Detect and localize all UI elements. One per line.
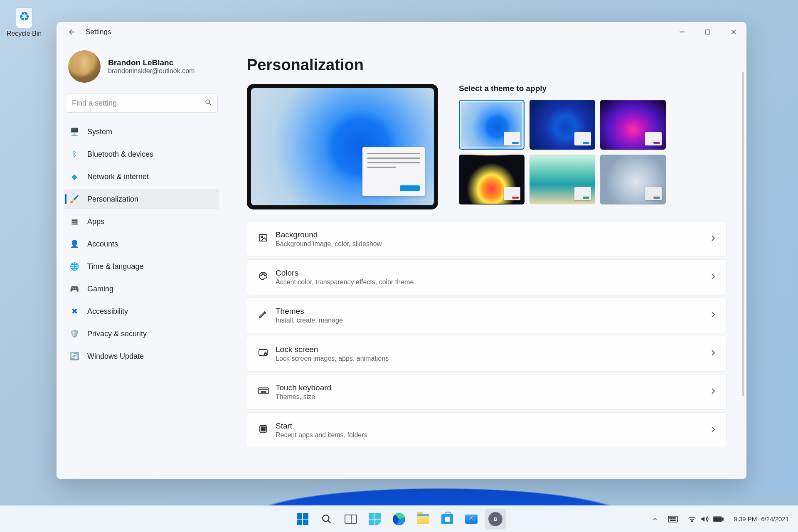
nav-icon: 🖥️ bbox=[70, 127, 79, 136]
card-title: Colors bbox=[276, 268, 711, 278]
volume-icon bbox=[700, 515, 709, 523]
theme-selector: Select a theme to apply bbox=[459, 84, 738, 209]
chevron-right-icon bbox=[711, 235, 715, 243]
settings-taskbar-button[interactable] bbox=[485, 509, 506, 530]
nav-label: Accessibility bbox=[87, 307, 128, 316]
scrollbar[interactable] bbox=[742, 72, 744, 396]
setting-card-lock-screen[interactable]: Lock screenLock screen images, apps, ani… bbox=[247, 336, 727, 372]
taskbar-search-button[interactable] bbox=[316, 509, 337, 530]
sidebar-item-windows-update[interactable]: 🔄Windows Update bbox=[64, 346, 219, 366]
nav-icon: 🛡️ bbox=[70, 329, 79, 338]
setting-card-colors[interactable]: ColorsAccent color, transparency effects… bbox=[247, 259, 727, 295]
theme-tile-1[interactable] bbox=[459, 100, 525, 150]
theme-tile-5[interactable] bbox=[530, 155, 595, 204]
nav-icon: ᛒ bbox=[70, 150, 79, 159]
tray-quick-settings[interactable] bbox=[684, 513, 728, 525]
wifi-icon bbox=[688, 516, 696, 522]
svg-rect-29 bbox=[670, 520, 675, 521]
avatar bbox=[68, 50, 101, 83]
sidebar-item-network-internet[interactable]: ◆Network & internet bbox=[64, 167, 219, 187]
sidebar-item-time-language[interactable]: 🌐Time & language bbox=[64, 256, 219, 276]
window-title: Settings bbox=[86, 28, 111, 36]
close-button[interactable] bbox=[721, 22, 746, 42]
setting-card-background[interactable]: BackgroundBackground image, color, slide… bbox=[247, 221, 727, 257]
sidebar-item-privacy-security[interactable]: 🛡️Privacy & security bbox=[64, 324, 219, 344]
sidebar-item-bluetooth-devices[interactable]: ᛒBluetooth & devices bbox=[64, 144, 219, 164]
sidebar-item-accessibility[interactable]: ✖Accessibility bbox=[64, 301, 219, 321]
setting-card-touch-keyboard[interactable]: Touch keyboardThemes, size bbox=[247, 374, 727, 410]
nav-icon: ◆ bbox=[70, 172, 79, 181]
start-icon bbox=[258, 424, 276, 436]
sidebar-item-system[interactable]: 🖥️System bbox=[64, 122, 219, 142]
svg-point-8 bbox=[265, 275, 266, 276]
task-view-button[interactable] bbox=[340, 509, 361, 530]
back-button[interactable] bbox=[64, 25, 78, 39]
theme-tile-window-icon bbox=[574, 187, 591, 200]
svg-rect-33 bbox=[714, 517, 721, 520]
start-button[interactable] bbox=[292, 509, 313, 530]
nav-icon: ▦ bbox=[70, 217, 79, 226]
theme-tile-3[interactable] bbox=[600, 100, 666, 150]
svg-point-5 bbox=[261, 275, 262, 276]
nav-label: Time & language bbox=[87, 262, 143, 271]
maximize-button[interactable] bbox=[695, 22, 721, 42]
theme-tile-window-icon bbox=[645, 187, 662, 200]
svg-rect-11 bbox=[259, 388, 268, 394]
theme-tile-2[interactable] bbox=[530, 100, 595, 150]
sidebar-item-gaming[interactable]: 🎮Gaming bbox=[64, 279, 219, 299]
svg-rect-15 bbox=[265, 389, 266, 390]
setting-card-start[interactable]: StartRecent apps and items, folders bbox=[247, 412, 727, 448]
nav-icon: 🎮 bbox=[70, 284, 79, 293]
theme-tile-window-icon bbox=[574, 132, 591, 145]
settings-window: Settings Brandon LeBlanc brandoninsider@… bbox=[57, 22, 746, 479]
settings-nav: 🖥️SystemᛒBluetooth & devices◆Network & i… bbox=[62, 120, 221, 366]
chevron-right-icon bbox=[711, 273, 715, 281]
account-header[interactable]: Brandon LeBlanc brandoninsider@outlook.c… bbox=[62, 45, 221, 89]
card-subtitle: Background image, color, slideshow bbox=[276, 240, 711, 248]
tray-overflow-button[interactable] bbox=[648, 514, 662, 525]
nav-icon: 🌐 bbox=[70, 262, 79, 271]
tray-input-indicator[interactable] bbox=[664, 513, 682, 525]
sidebar-item-accounts[interactable]: 👤Accounts bbox=[64, 234, 219, 254]
taskbar-clock[interactable]: 9:39 PM 6/24/2021 bbox=[729, 514, 793, 525]
recycle-bin-label: Recycle Bin bbox=[4, 30, 44, 37]
svg-rect-26 bbox=[671, 517, 672, 518]
window-titlebar: Settings bbox=[57, 22, 746, 42]
theme-tile-4[interactable] bbox=[459, 155, 525, 204]
edge-button[interactable] bbox=[389, 509, 409, 530]
svg-point-23 bbox=[323, 515, 329, 521]
widgets-button[interactable] bbox=[365, 509, 385, 530]
setting-card-themes[interactable]: ThemesInstall, create, manage bbox=[247, 298, 727, 333]
card-title: Lock screen bbox=[276, 345, 711, 354]
store-button[interactable] bbox=[437, 509, 458, 530]
card-subtitle: Recent apps and items, folders bbox=[276, 431, 711, 439]
page-title: Personalization bbox=[235, 49, 738, 84]
svg-rect-16 bbox=[266, 389, 267, 390]
battery-icon bbox=[713, 516, 724, 522]
desktop-icon-recycle-bin[interactable]: Recycle Bin bbox=[4, 4, 44, 37]
minimize-button[interactable] bbox=[669, 22, 695, 42]
chevron-right-icon bbox=[711, 388, 715, 396]
card-subtitle: Install, create, manage bbox=[276, 317, 711, 324]
card-subtitle: Accent color, transparency effects, colo… bbox=[276, 278, 711, 286]
recycle-bin-icon bbox=[13, 4, 35, 28]
theme-tile-6[interactable] bbox=[600, 155, 666, 204]
search-input[interactable]: Find a setting bbox=[66, 94, 218, 113]
search-placeholder: Find a setting bbox=[72, 99, 205, 108]
nav-label: System bbox=[87, 128, 112, 136]
svg-rect-13 bbox=[261, 389, 262, 390]
svg-rect-1 bbox=[706, 30, 710, 34]
svg-rect-12 bbox=[260, 389, 261, 390]
clock-date: 6/24/2021 bbox=[761, 515, 789, 523]
svg-rect-27 bbox=[673, 517, 674, 518]
sidebar-item-apps[interactable]: ▦Apps bbox=[64, 212, 219, 232]
chevron-right-icon bbox=[711, 312, 715, 319]
svg-point-4 bbox=[261, 236, 263, 238]
svg-rect-22 bbox=[264, 429, 265, 431]
svg-rect-3 bbox=[259, 234, 267, 241]
user-email: brandoninsider@outlook.com bbox=[108, 67, 195, 75]
nav-label: Accounts bbox=[87, 240, 118, 249]
file-explorer-button[interactable] bbox=[413, 509, 433, 530]
mail-button[interactable] bbox=[461, 509, 482, 530]
sidebar-item-personalization[interactable]: 🖌️Personalization bbox=[64, 189, 219, 209]
